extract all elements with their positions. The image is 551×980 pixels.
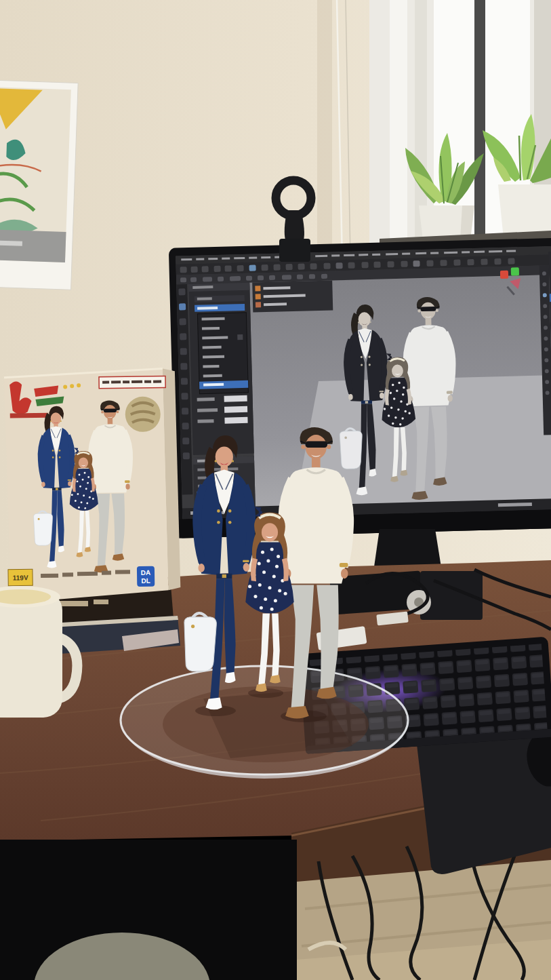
box-maker-logo: DA DL: [137, 566, 155, 587]
price-badge-text: 119V: [13, 574, 28, 581]
input-field[interactable]: [224, 417, 247, 424]
input-field[interactable]: [224, 406, 247, 413]
open-dropdown-menu[interactable]: [197, 313, 248, 394]
box-info-strip: [99, 376, 165, 388]
framed-poster: [0, 80, 78, 290]
figure-box: 119V DA DL: [4, 368, 181, 604]
outliner-panel[interactable]: [252, 281, 333, 313]
left-properties-panel[interactable]: [188, 283, 254, 455]
photo-scene: 119V DA DL: [0, 0, 551, 980]
wall-corner-shadow: [317, 0, 332, 264]
maker-logo-line2: DL: [141, 577, 150, 585]
input-field[interactable]: [224, 395, 247, 402]
maker-logo-line1: DA: [141, 569, 151, 576]
box-price-badge: 119V: [8, 569, 33, 586]
